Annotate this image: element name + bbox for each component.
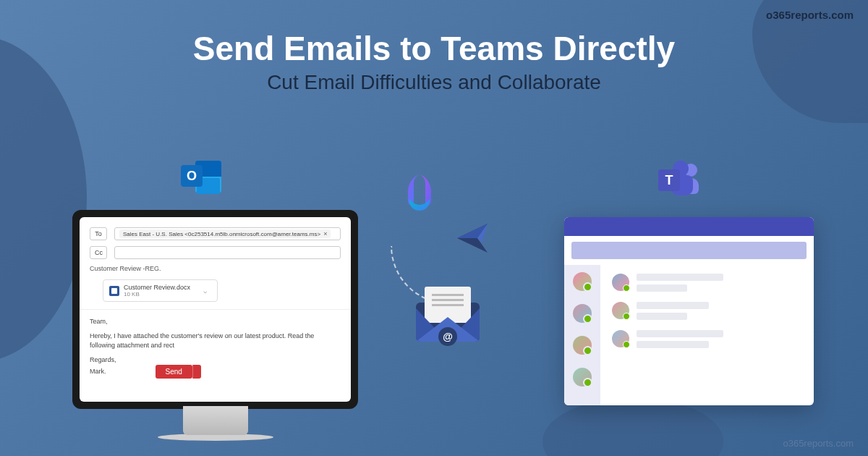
avatar	[612, 274, 629, 291]
rail-avatar[interactable]	[573, 304, 592, 323]
word-file-icon	[109, 286, 119, 296]
teams-window	[564, 217, 814, 405]
send-split-button[interactable]	[192, 365, 201, 379]
teams-letter: T	[658, 169, 680, 191]
rail-avatar[interactable]	[573, 336, 592, 355]
chat-message[interactable]	[612, 330, 802, 348]
body-signer: Mark.	[90, 367, 106, 377]
attachment-chip[interactable]: Customer Review.docx 10 KB ⌵	[103, 279, 218, 302]
send-button[interactable]: Send	[156, 365, 192, 379]
text-placeholder	[637, 284, 687, 292]
outlook-letter: O	[181, 165, 203, 187]
chevron-down-icon[interactable]: ⌵	[203, 287, 207, 295]
remove-recipient-icon[interactable]: ×	[323, 230, 327, 237]
avatar	[612, 330, 629, 347]
chat-message[interactable]	[612, 274, 802, 292]
chat-message[interactable]	[612, 302, 802, 320]
teams-icon: T	[658, 159, 699, 200]
rail-avatar[interactable]	[573, 368, 592, 387]
recipient-text: Sales East - U.S. Sales <0c253514.m5lb.o…	[123, 231, 320, 237]
teams-toolbar[interactable]	[571, 242, 807, 259]
cc-label[interactable]: Cc	[90, 246, 107, 259]
hero-title: Send Emails to Teams Directly	[0, 29, 868, 68]
paper-plane-icon	[456, 221, 490, 256]
teams-rail	[564, 265, 600, 405]
teams-titlebar	[564, 217, 814, 236]
teams-chat-content	[600, 265, 814, 405]
avatar	[612, 302, 629, 319]
body-greeting[interactable]: Team,	[90, 317, 341, 327]
hero-subtitle: Cut Email Difficulties and Collaborate	[0, 71, 868, 94]
brand-watermark-bottom: o365reports.com	[783, 438, 854, 449]
outlook-icon: O	[181, 158, 221, 198]
text-placeholder	[637, 341, 709, 348]
compose-window: To Sales East - U.S. Sales <0c253514.m5l…	[80, 217, 351, 402]
brand-watermark-top: o365reports.com	[766, 9, 854, 21]
m365-icon	[398, 170, 441, 214]
cc-field[interactable]	[114, 246, 341, 259]
subject-text[interactable]: Customer Review -REG.	[90, 265, 341, 272]
outlook-monitor: To Sales East - U.S. Sales <0c253514.m5l…	[72, 210, 358, 409]
recipient-chip[interactable]: Sales East - U.S. Sales <0c253514.m5lb.o…	[119, 229, 331, 238]
attachment-name: Customer Review.docx	[124, 284, 190, 291]
text-placeholder	[637, 330, 723, 337]
text-placeholder	[637, 302, 709, 309]
divider	[80, 309, 351, 310]
text-placeholder	[637, 274, 723, 281]
to-label[interactable]: To	[90, 227, 107, 240]
attachment-size: 10 KB	[124, 291, 190, 297]
rail-avatar[interactable]	[573, 272, 592, 291]
at-symbol-icon: @	[438, 327, 457, 346]
to-field[interactable]: Sales East - U.S. Sales <0c253514.m5lb.o…	[114, 227, 341, 240]
hero-section: Send Emails to Teams Directly Cut Email …	[0, 0, 868, 94]
decorative-blob-bottom	[542, 398, 723, 456]
body-signoff: Regards,	[90, 355, 341, 366]
text-placeholder	[637, 313, 687, 320]
body-content[interactable]: Hereby, I have attached the customer's r…	[90, 332, 341, 351]
envelope-icon: @	[416, 290, 480, 342]
